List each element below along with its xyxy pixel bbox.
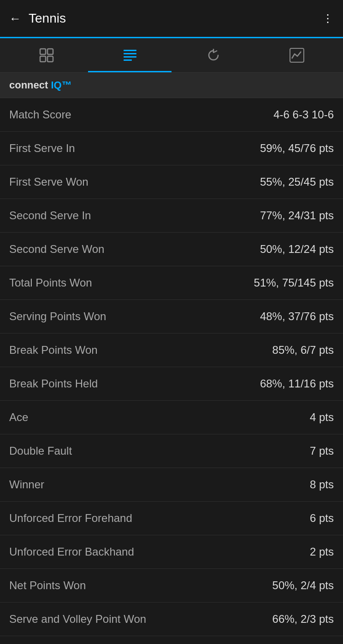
svg-rect-7 xyxy=(124,59,132,61)
stat-value-6: 48%, 37/76 pts xyxy=(260,310,334,323)
stat-row: Match Score4-6 6-3 10-6 xyxy=(0,98,343,132)
svg-rect-2 xyxy=(40,56,46,62)
stat-label-11: Winner xyxy=(9,478,310,491)
header: ← Tennis ⋮ xyxy=(0,0,343,37)
stat-value-12: 6 pts xyxy=(310,512,334,525)
stat-row: Serving Points Won48%, 37/76 pts xyxy=(0,300,343,334)
stat-row: Ace4 pts xyxy=(0,401,343,434)
svg-rect-1 xyxy=(47,49,53,54)
stat-value-14: 50%, 2/4 pts xyxy=(272,579,334,592)
stat-label-4: Second Serve Won xyxy=(9,243,260,256)
stat-value-7: 85%, 6/7 pts xyxy=(272,344,334,357)
charts-icon xyxy=(289,47,305,64)
stat-row: Second Serve In77%, 24/31 pts xyxy=(0,199,343,233)
stat-row: First Serve In59%, 45/76 pts xyxy=(0,132,343,165)
stat-label-7: Break Points Won xyxy=(9,344,272,357)
stat-row: Winner8 pts xyxy=(0,468,343,502)
stats-list: Match Score4-6 6-3 10-6First Serve In59%… xyxy=(0,98,343,636)
brand-iq: IQ™ xyxy=(51,79,71,91)
header-left: ← Tennis xyxy=(9,11,66,26)
stat-value-8: 68%, 11/16 pts xyxy=(260,377,334,390)
stat-value-9: 4 pts xyxy=(310,411,334,424)
tab-activity[interactable] xyxy=(5,38,88,72)
stat-value-4: 50%, 12/24 pts xyxy=(260,243,334,256)
stat-value-2: 55%, 25/45 pts xyxy=(260,176,334,188)
stat-label-2: First Serve Won xyxy=(9,176,260,188)
stat-row: Serve and Volley Point Won66%, 2/3 pts xyxy=(0,603,343,636)
stat-value-13: 2 pts xyxy=(310,545,334,558)
stat-label-5: Total Points Won xyxy=(9,276,254,289)
stat-value-15: 66%, 2/3 pts xyxy=(272,613,334,626)
brand-name: connect IQ™ xyxy=(9,79,72,91)
stats-icon xyxy=(122,47,138,64)
page-title: Tennis xyxy=(29,11,66,26)
laps-icon xyxy=(205,47,222,64)
stat-row: Break Points Won85%, 6/7 pts xyxy=(0,334,343,367)
stat-label-6: Serving Points Won xyxy=(9,310,260,323)
stat-value-0: 4-6 6-3 10-6 xyxy=(273,108,334,121)
stat-value-11: 8 pts xyxy=(310,478,334,491)
svg-rect-3 xyxy=(47,56,53,62)
svg-rect-5 xyxy=(124,53,136,54)
stat-label-9: Ace xyxy=(9,411,310,424)
stat-row: Unforced Error Backhand2 pts xyxy=(0,535,343,569)
stat-value-5: 51%, 75/145 pts xyxy=(254,276,334,289)
stat-label-3: Second Serve In xyxy=(9,209,260,222)
svg-rect-4 xyxy=(124,50,136,51)
back-button[interactable]: ← xyxy=(9,12,21,24)
stat-row: Total Points Won51%, 75/145 pts xyxy=(0,266,343,300)
stat-label-14: Net Points Won xyxy=(9,579,272,592)
stat-row: First Serve Won55%, 25/45 pts xyxy=(0,165,343,199)
stat-row: Unforced Error Forehand6 pts xyxy=(0,502,343,535)
stat-value-1: 59%, 45/76 pts xyxy=(260,142,334,155)
stat-label-13: Unforced Error Backhand xyxy=(9,545,310,558)
stat-row: Net Points Won50%, 2/4 pts xyxy=(0,569,343,603)
stat-row: Break Points Held68%, 11/16 pts xyxy=(0,367,343,401)
stat-row: Second Serve Won50%, 12/24 pts xyxy=(0,233,343,266)
activity-icon xyxy=(38,47,55,64)
stat-label-8: Break Points Held xyxy=(9,377,260,390)
brand-bar: connect IQ™ xyxy=(0,73,343,98)
tab-bar xyxy=(0,38,343,73)
stat-label-0: Match Score xyxy=(9,108,273,121)
stat-label-1: First Serve In xyxy=(9,142,260,155)
svg-rect-0 xyxy=(40,49,46,54)
stat-label-12: Unforced Error Forehand xyxy=(9,512,310,525)
more-menu-button[interactable]: ⋮ xyxy=(322,12,334,25)
tab-stats[interactable] xyxy=(88,38,172,72)
stat-value-3: 77%, 24/31 pts xyxy=(260,209,334,222)
stat-label-15: Serve and Volley Point Won xyxy=(9,613,272,626)
stat-row: Double Fault7 pts xyxy=(0,434,343,468)
svg-rect-6 xyxy=(124,56,136,58)
stat-label-10: Double Fault xyxy=(9,445,310,457)
stat-value-10: 7 pts xyxy=(310,445,334,457)
tab-charts[interactable] xyxy=(255,38,338,72)
tab-laps[interactable] xyxy=(172,38,255,72)
